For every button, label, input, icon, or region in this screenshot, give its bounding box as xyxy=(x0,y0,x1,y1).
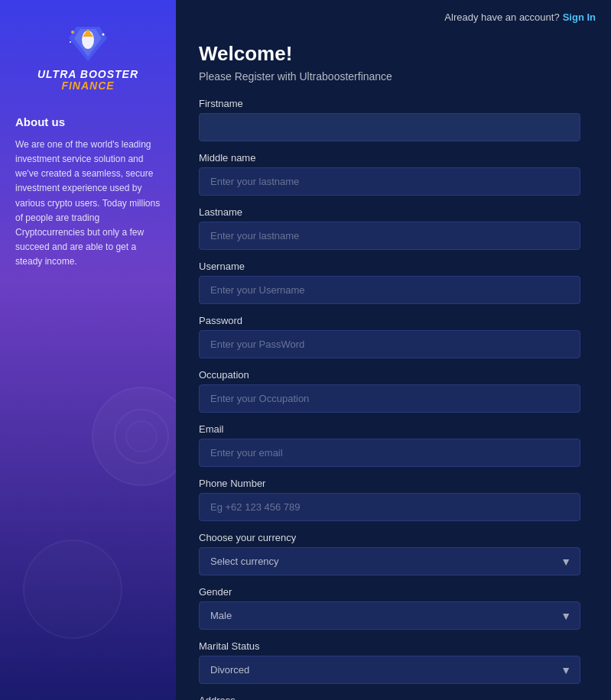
phone-input[interactable] xyxy=(199,493,580,521)
main-content: Already have an account? Sign In Welcome… xyxy=(176,0,611,700)
marital-label: Marital Status xyxy=(199,640,580,652)
gender-label: Gender xyxy=(199,586,580,598)
username-group: Username xyxy=(199,261,580,304)
svg-point-4 xyxy=(71,31,74,34)
middlename-label: Middle name xyxy=(199,152,580,164)
marital-group: Marital Status Single Married Divorced W… xyxy=(199,640,580,684)
address-label: Address xyxy=(199,695,580,700)
password-group: Password xyxy=(199,315,580,358)
about-section: About us We are one of the world's leadi… xyxy=(15,115,161,270)
middlename-group: Middle name xyxy=(199,152,580,196)
svg-point-5 xyxy=(102,34,105,36)
phone-group: Phone Number xyxy=(199,478,580,521)
currency-label: Choose your currency xyxy=(199,532,580,543)
password-label: Password xyxy=(199,315,580,326)
email-label: Email xyxy=(199,423,580,435)
gender-select-wrapper: Male Female Other ▼ xyxy=(199,601,580,630)
username-label: Username xyxy=(199,261,580,272)
about-title: About us xyxy=(15,115,161,128)
welcome-title: Welcome! xyxy=(199,42,580,66)
phone-label: Phone Number xyxy=(199,478,580,489)
marital-select[interactable]: Single Married Divorced Widowed xyxy=(199,656,580,684)
occupation-group: Occupation xyxy=(199,369,580,413)
currency-select-wrapper: Select currency USD EUR GBP BTC ETH ▼ xyxy=(199,547,580,575)
about-text: We are one of the world's leading invest… xyxy=(15,138,161,270)
sidebar: ULTRA BOOSTER FINANCE About us We are on… xyxy=(0,0,176,700)
gender-select[interactable]: Male Female Other xyxy=(199,601,580,630)
svg-point-6 xyxy=(70,41,71,43)
username-input[interactable] xyxy=(199,276,580,304)
gender-group: Gender Male Female Other ▼ xyxy=(199,586,580,630)
logo-icon xyxy=(61,23,115,65)
deco-circle-1 xyxy=(92,387,176,486)
occupation-input[interactable] xyxy=(199,384,580,413)
email-input[interactable] xyxy=(199,439,580,467)
password-input[interactable] xyxy=(199,330,580,358)
already-text: Already have an account? xyxy=(444,11,559,23)
email-group: Email xyxy=(199,423,580,467)
form-container: Welcome! Please Register with Ultraboost… xyxy=(176,34,611,700)
welcome-subtitle: Please Register with Ultraboosterfinance xyxy=(199,70,580,83)
top-bar: Already have an account? Sign In xyxy=(176,0,611,34)
firstname-input[interactable] xyxy=(199,113,580,141)
middlename-input[interactable] xyxy=(199,167,580,196)
occupation-label: Occupation xyxy=(199,369,580,381)
lastname-group: Lastname xyxy=(199,206,580,250)
firstname-group: Firstname xyxy=(199,98,580,141)
logo-area: ULTRA BOOSTER FINANCE xyxy=(37,23,138,92)
signin-link[interactable]: Sign In xyxy=(563,11,596,23)
firstname-label: Firstname xyxy=(199,98,580,109)
deco-circle-2 xyxy=(23,540,122,639)
svg-point-8 xyxy=(126,421,157,452)
logo-text: ULTRA BOOSTER FINANCE xyxy=(37,69,138,92)
lastname-label: Lastname xyxy=(199,206,580,218)
currency-select[interactable]: Select currency USD EUR GBP BTC ETH xyxy=(199,547,580,575)
address-group: Address xyxy=(199,695,580,700)
marital-select-wrapper: Single Married Divorced Widowed ▼ xyxy=(199,656,580,684)
currency-group: Choose your currency Select currency USD… xyxy=(199,532,580,575)
lastname-input[interactable] xyxy=(199,222,580,250)
